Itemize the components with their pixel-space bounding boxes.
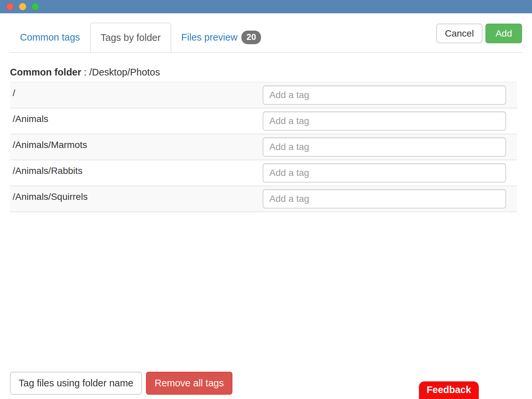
folder-row: /Animals/Marmots	[10, 134, 517, 160]
tab-tags-by-folder[interactable]: Tags by folder	[90, 23, 172, 52]
close-window-button[interactable]	[6, 3, 14, 10]
tab-files-preview[interactable]: Files preview 20	[171, 23, 271, 52]
minimize-window-button[interactable]	[19, 3, 26, 10]
zoom-window-button[interactable]	[32, 3, 39, 10]
remove-all-tags-button[interactable]: Remove all tags	[146, 372, 232, 395]
files-count-badge: 20	[241, 31, 261, 44]
folder-path-label: /Animals/Squirrels	[13, 189, 88, 202]
header-actions: Cancel Add	[436, 23, 522, 43]
folder-tag-table: / /Animals /Animals/Marmots /Animals/Rab…	[10, 82, 517, 212]
window-titlebar	[0, 0, 532, 13]
cancel-button[interactable]: Cancel	[436, 24, 482, 43]
tab-common-tags[interactable]: Common tags	[10, 23, 90, 52]
header-bar: Common tags Tags by folder Files preview…	[10, 23, 522, 53]
folder-row: /Animals/Rabbits	[10, 160, 517, 186]
folder-row: /Animals/Squirrels	[10, 186, 517, 212]
add-tag-input[interactable]	[263, 163, 506, 183]
add-tag-input[interactable]	[263, 85, 506, 105]
common-folder-line: Common folder : /Desktop/Photos	[10, 67, 522, 78]
add-button[interactable]: Add	[485, 24, 522, 43]
tag-files-using-folder-name-button[interactable]: Tag files using folder name	[10, 372, 142, 395]
common-folder-label: Common folder	[10, 67, 81, 77]
folder-row: /Animals	[10, 108, 517, 134]
folder-path-label: /Animals	[13, 111, 48, 124]
common-folder-separator: :	[81, 67, 89, 77]
main-content: Common tags Tags by folder Files preview…	[0, 23, 532, 212]
tab-bar: Common tags Tags by folder Files preview…	[10, 23, 271, 52]
add-tag-input[interactable]	[263, 137, 506, 157]
add-tag-input[interactable]	[263, 111, 506, 131]
footer-actions: Tag files using folder name Remove all t…	[10, 372, 232, 395]
tab-files-preview-label: Files preview	[181, 32, 237, 43]
folder-path-label: /	[13, 85, 15, 98]
folder-row: /	[10, 82, 517, 108]
feedback-button[interactable]: Feedback	[419, 381, 479, 399]
folder-path-label: /Animals/Marmots	[13, 137, 87, 150]
add-tag-input[interactable]	[263, 189, 506, 208]
common-folder-path: /Desktop/Photos	[89, 67, 160, 77]
folder-path-label: /Animals/Rabbits	[13, 163, 82, 176]
